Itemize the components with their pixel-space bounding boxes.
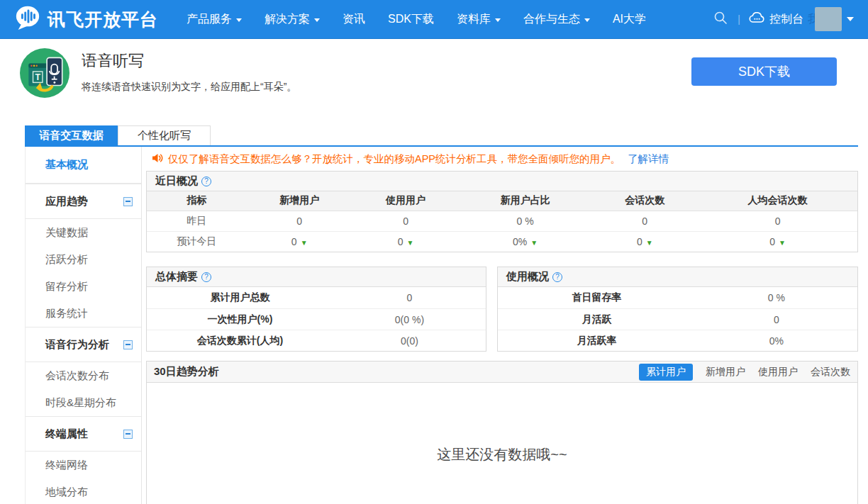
empty-state-text: 这里还没有数据哦~~ <box>147 383 857 464</box>
learn-more-link[interactable]: 了解详情 <box>628 152 669 166</box>
metric-cell: 0▼ <box>352 231 459 252</box>
tab-voice-interaction-data[interactable]: 语音交互数据 <box>25 125 118 145</box>
nav-item-ecosystem[interactable]: 合作与生态 <box>512 0 601 39</box>
column-header: 会话次数 <box>591 191 698 211</box>
app-meta: 语音听写 将连续语音快速识别为文字，给应用配上“耳朵”。 <box>82 48 296 94</box>
sidebar-item-activity-analysis[interactable]: 活跃分析 <box>26 246 141 273</box>
recent-overview-panel: 近日概况 ? 指标 新增用户 使用用户 新用户占比 会话次数 人均会话次数 <box>146 171 858 252</box>
metric-cell: 0▼ <box>698 231 857 252</box>
recent-overview-header: 近日概况 ? <box>147 172 857 191</box>
nav-item-sdk-download[interactable]: SDK下载 <box>377 0 445 39</box>
trend-button-session-count[interactable]: 会话次数 <box>811 366 850 379</box>
nav-item-news[interactable]: 资讯 <box>331 0 377 39</box>
recent-overview-table: 指标 新增用户 使用用户 新用户占比 会话次数 人均会话次数 昨日 0 0 <box>147 191 857 252</box>
trend-analysis-panel: 30日趋势分析 累计用户 新增用户 使用用户 会话次数 这里还没有数据哦~~ <box>146 361 858 504</box>
sidebar-item-session-count-distribution[interactable]: 会话次数分布 <box>26 362 141 389</box>
metric-cell: 0 <box>246 211 352 231</box>
sidebar-item-retention-analysis[interactable]: 留存分析 <box>26 273 141 300</box>
svg-text:T: T <box>35 72 40 82</box>
promo-notice: 仅仅了解语音交互数据怎么够？开放统计，专业的移动APP统计分析工具，带您全面倾听… <box>146 147 858 171</box>
table-header-row: 指标 新增用户 使用用户 新用户占比 会话次数 人均会话次数 <box>147 191 857 211</box>
avatar[interactable] <box>815 7 842 31</box>
row-label: 预计今日 <box>147 231 246 252</box>
trend-down-icon: ▼ <box>530 239 538 247</box>
column-header: 新用户占比 <box>459 191 591 211</box>
main-nav-menu: 产品服务 解决方案 资讯 SDK下载 资料库 合作与生态 AI大 <box>175 0 657 39</box>
nav-item-library[interactable]: 资料库 <box>445 0 512 39</box>
metric-cell: 0 % <box>459 211 591 231</box>
sidebar: 基本概况 应用趋势 关键数据 活跃分析 留存分析 服务统计 语音行为分析 会话次… <box>25 147 142 504</box>
trend-analysis-header: 30日趋势分析 累计用户 新增用户 使用用户 会话次数 <box>147 362 857 383</box>
table-row: 昨日 0 0 0 % 0 0 <box>147 211 857 231</box>
help-icon[interactable]: ? <box>201 177 211 186</box>
main-layout: 基本概况 应用趋势 关键数据 活跃分析 留存分析 服务统计 语音行为分析 会话次… <box>25 147 858 504</box>
collapse-minus-icon[interactable] <box>123 430 133 439</box>
brand-logo[interactable]: 讯飞开放平台 <box>14 4 158 34</box>
sidebar-group-terminal-attributes[interactable]: 终端属性 <box>26 416 141 452</box>
page-subtitle: 将连续语音快速识别为文字，给应用配上“耳朵”。 <box>82 81 296 94</box>
console-link[interactable]: 控制台 <box>749 12 803 27</box>
trend-down-icon: ▼ <box>646 239 653 247</box>
usage-overview-header: 使用概况 ? <box>498 267 857 287</box>
column-header: 指标 <box>147 191 246 211</box>
trend-metric-switcher: 累计用户 新增用户 使用用户 会话次数 <box>639 364 850 381</box>
chevron-down-icon <box>236 18 242 22</box>
collapse-minus-icon[interactable] <box>123 340 133 349</box>
metric-cell: 0 <box>591 211 698 231</box>
help-icon[interactable]: ? <box>201 272 211 282</box>
nav-item-products[interactable]: 产品服务 <box>175 0 253 39</box>
summary-row: 会话次数累计(人均) 0(0) <box>147 330 486 351</box>
trend-title: 30日趋势分析 <box>154 365 219 379</box>
chevron-down-icon[interactable] <box>847 17 854 21</box>
chevron-down-icon <box>495 18 501 22</box>
trend-down-icon: ▼ <box>779 239 786 247</box>
usage-row: 首日留存率 0 % <box>498 287 857 308</box>
metric-cell: 0▼ <box>246 231 352 252</box>
brand-name: 讯飞开放平台 <box>48 8 158 31</box>
sidebar-item-time-week-distribution[interactable]: 时段&星期分布 <box>26 389 141 416</box>
speech-bubble-equalizer-icon <box>14 4 41 34</box>
sdk-download-button[interactable]: SDK下载 <box>691 57 837 86</box>
trend-chart-area: 这里还没有数据哦~~ <box>147 383 857 504</box>
tab-personalized-dictation[interactable]: 个性化听写 <box>118 125 211 145</box>
trend-button-active-users[interactable]: 使用用户 <box>758 366 798 379</box>
trend-button-cumulative-users[interactable]: 累计用户 <box>639 364 693 381</box>
metric-cell: 0 <box>698 211 857 231</box>
table-row: 预计今日 0▼ 0▼ 0%▼ 0▼ 0▼ <box>147 231 857 252</box>
notice-text: 仅仅了解语音交互数据怎么够？开放统计，专业的移动APP统计分析工具，带您全面倾听… <box>168 152 621 166</box>
vertical-divider: | <box>738 13 740 25</box>
column-header: 使用用户 <box>352 191 459 211</box>
metric-cell: 0 <box>352 211 459 231</box>
page: 讯飞开放平台 产品服务 解决方案 资讯 SDK下载 资料库 合作与生态 <box>0 0 868 504</box>
app-header: T 语音听写 将连续语音快速识别为文字，给应用配上“耳朵”。 SDK下载 <box>0 39 868 110</box>
nav-item-ai-university[interactable]: AI大学 <box>601 0 657 39</box>
summary-row: 一次性用户(%) 0(0 %) <box>147 308 486 330</box>
column-header: 新增用户 <box>246 191 352 211</box>
metric-cell: 0▼ <box>591 231 698 252</box>
navbar-right-area: | 控制台 我的 <box>713 7 854 31</box>
cloud-console-icon <box>749 12 765 27</box>
content-area: 仅仅了解语音交互数据怎么够？开放统计，专业的移动APP统计分析工具，带您全面倾听… <box>142 147 858 504</box>
chevron-down-icon <box>314 18 320 22</box>
sidebar-item-key-data[interactable]: 关键数据 <box>26 219 141 246</box>
console-label: 控制台 <box>769 12 803 27</box>
sidebar-item-service-stats[interactable]: 服务统计 <box>26 300 141 327</box>
tab-bar: 语音交互数据 个性化听写 <box>25 125 858 147</box>
trend-down-icon: ▼ <box>407 239 414 247</box>
overall-summary-header: 总体摘要 ? <box>147 267 486 287</box>
summary-panels-row: 总体摘要 ? 累计用户总数 0 一次性用户(%) 0(0 %) 会话次数累计(人… <box>146 267 858 352</box>
help-icon[interactable]: ? <box>552 272 562 282</box>
sidebar-item-basic-overview[interactable]: 基本概况 <box>26 147 141 184</box>
summary-row: 累计用户总数 0 <box>147 287 486 308</box>
sidebar-item-region-distribution[interactable]: 地域分布 <box>26 478 141 504</box>
metric-cell: 0%▼ <box>459 231 591 252</box>
collapse-minus-icon[interactable] <box>123 197 133 206</box>
sidebar-group-voice-behavior[interactable]: 语音行为分析 <box>26 327 141 362</box>
trend-button-new-users[interactable]: 新增用户 <box>706 366 745 379</box>
usage-row: 月活跃率 0% <box>498 330 857 351</box>
sidebar-item-terminal-network[interactable]: 终端网络 <box>26 452 141 478</box>
search-icon[interactable] <box>713 11 728 28</box>
overall-summary-panel: 总体摘要 ? 累计用户总数 0 一次性用户(%) 0(0 %) 会话次数累计(人… <box>146 267 486 352</box>
sidebar-group-app-trends[interactable]: 应用趋势 <box>26 184 141 219</box>
nav-item-solutions[interactable]: 解决方案 <box>253 0 331 39</box>
